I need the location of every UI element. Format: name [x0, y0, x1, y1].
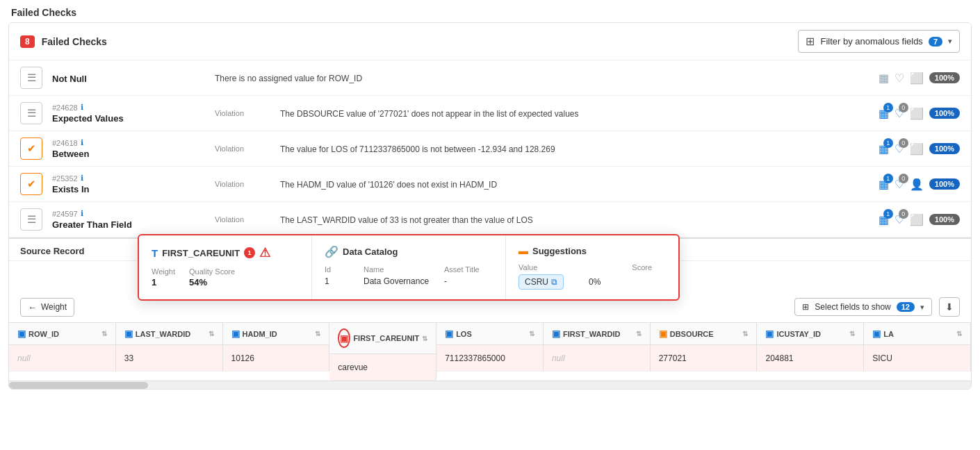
col-name: FIRST_WARDID	[563, 330, 621, 338]
score-header: Score	[632, 263, 652, 272]
weight-label: Weight	[152, 267, 175, 276]
sort-arrows[interactable]: ⇅	[956, 330, 962, 338]
col-type-icon: ▣	[765, 328, 774, 339]
horizontal-scrollbar[interactable]	[9, 381, 971, 389]
tag-icon-wrap: ♡ 0	[895, 142, 904, 156]
col-name: ROW_ID	[28, 330, 59, 338]
info-icon: ℹ	[81, 138, 83, 147]
check-id: #24618 ℹ	[52, 138, 205, 147]
check-name: Greater Than Field	[52, 219, 205, 230]
col-type-icon: ▣	[17, 328, 26, 339]
check-meta: #24618 ℹ Between	[52, 138, 205, 159]
sort-arrows[interactable]: ⇅	[636, 330, 642, 338]
sort-arrows[interactable]: ⇅	[422, 335, 427, 342]
popup-field-title: T FIRST_CAREUNIT 1 ⚠	[152, 245, 299, 260]
col-header: ▣ LAST_WARDID ⇅	[116, 323, 223, 345]
download-button[interactable]: ⬇	[939, 297, 960, 317]
bar-chart-icon-wrap: ▦ 1	[879, 107, 889, 120]
chevron-down-icon: ▾	[920, 303, 924, 312]
check-actions: ▦ 1 ♡ 0 ⬜ 100%	[879, 107, 960, 120]
field-name-label: FIRST_CAREUNIT	[162, 248, 240, 258]
col-type-icon: ▣	[124, 328, 133, 339]
monitor-icon-wrap: ⬜	[910, 107, 924, 120]
sort-arrows[interactable]: ⇅	[209, 330, 214, 338]
check-violation-text: There is no assigned value for ROW_ID	[215, 74, 869, 83]
value-header: Value	[518, 263, 537, 272]
col-cell: 277021	[651, 345, 758, 372]
check-violation-text: The HADM_ID value of '10126' does not ex…	[280, 180, 869, 190]
col-cell: 10126	[223, 345, 330, 372]
check-meta: #24597 ℹ Greater Than Field	[52, 209, 205, 230]
col-name: ICUSTAY_ID	[776, 330, 821, 338]
catalog-asset-val: -	[444, 276, 493, 286]
check-icon: ✔	[20, 173, 42, 195]
col-type-icon: ▣	[552, 328, 560, 339]
col-type-icon: ▣	[872, 328, 881, 339]
card-header: 8 Failed Checks ⊞ Filter by anomalous fi…	[9, 23, 971, 60]
pct-badge: 100%	[929, 214, 960, 225]
col-type-icon: ▣	[659, 328, 667, 339]
select-fields-button[interactable]: ⊞ Select fields to show 12 ▾	[794, 298, 932, 316]
check-id: #25352 ℹ	[52, 174, 205, 183]
col-header: ▣ LOS ⇅	[436, 323, 544, 345]
sort-arrows[interactable]: ⇅	[101, 330, 107, 338]
check-icon: ☰	[20, 102, 42, 124]
fields-count-badge: 12	[897, 302, 915, 312]
check-name: Expected Values	[52, 113, 205, 124]
check-meta: Not Null	[52, 72, 205, 84]
info-icon: ℹ	[81, 174, 83, 183]
catalog-name-header: Name	[364, 265, 433, 274]
col-cell: 7112337865000	[436, 345, 544, 372]
checks-list: ☰ Not Null There is no assigned value fo…	[9, 60, 971, 238]
suggestions-label: Suggestions	[532, 246, 587, 256]
col-header: ▣ FIRST_CAREUNIT ⇅	[329, 323, 436, 354]
person-icon: 👤	[910, 178, 924, 191]
check-icon: ☰	[20, 208, 42, 231]
col-cell: 33	[116, 345, 223, 372]
check-actions: ▦ 1 ♡ 0 👤 100%	[879, 178, 960, 191]
filter-count-badge: 7	[929, 37, 942, 47]
sort-arrows[interactable]: ⇅	[742, 330, 748, 338]
pct-badge: 100%	[929, 178, 960, 190]
col-cell: carevue	[329, 354, 436, 381]
tag-icon-wrap: ♡ 0	[895, 178, 904, 191]
check-id: #24628 ℹ	[52, 103, 205, 112]
catalog-label: Data Catalog	[343, 247, 398, 257]
filter-label: Filter by anomalous fields	[820, 36, 922, 47]
sup-badge: 1	[883, 138, 893, 148]
sup-badge: 0	[899, 103, 908, 112]
violation-label: Violation	[215, 144, 270, 153]
filter-anomalous-button[interactable]: ⊞ Filter by anomalous fields 7 ▾	[798, 30, 960, 53]
notification-badge: 1	[244, 247, 255, 258]
violation-label: Violation	[215, 180, 270, 188]
sup-badge: 1	[883, 209, 893, 219]
data-table-inner: ▣ ROW_ID ⇅ null ▣ LAST_WARDID ⇅ 3	[9, 323, 971, 381]
sort-label: Weight	[41, 302, 67, 312]
catalog-asset-header: Asset Title	[444, 265, 493, 274]
suggestion-value-chip: CSRU ⧉	[518, 274, 564, 290]
popup-suggestions-section: ▬ Suggestions Value Score CSRU ⧉ 0%	[506, 235, 678, 299]
monitor-icon: ⬜	[910, 213, 924, 226]
col-type-icon: ▣	[445, 328, 453, 339]
col-cell: SICU	[864, 345, 971, 372]
col-dbsource: ▣ DBSOURCE ⇅ 277021	[651, 323, 758, 381]
table-row: ✔ #24618 ℹ Between Violation The value f…	[9, 131, 971, 167]
sort-arrows[interactable]: ⇅	[529, 330, 534, 338]
scroll-thumb[interactable]	[9, 382, 148, 389]
sort-arrows[interactable]: ⇅	[315, 330, 320, 338]
pct-badge: 100%	[929, 143, 960, 154]
table-row: ☰ #24628 ℹ Expected Values Violation The…	[9, 96, 971, 131]
copy-icon[interactable]: ⧉	[551, 277, 557, 287]
pct-badge: 100%	[929, 72, 960, 83]
check-name: Exists In	[52, 184, 205, 194]
check-icon: ✔	[20, 138, 42, 160]
col-name: LOS	[456, 330, 472, 338]
sort-button[interactable]: ← Weight	[20, 298, 74, 317]
col-header: ▣ HADM_ID ⇅	[223, 323, 330, 345]
violation-label: Violation	[215, 109, 270, 117]
check-actions: ▦ ♡ ⬜ 100%	[879, 72, 960, 85]
text-icon: T	[152, 247, 158, 259]
catalog-name-val: Data Governance	[364, 276, 433, 286]
col-header: ▣ ROW_ID ⇅	[9, 323, 116, 345]
sort-arrows[interactable]: ⇅	[849, 330, 855, 338]
